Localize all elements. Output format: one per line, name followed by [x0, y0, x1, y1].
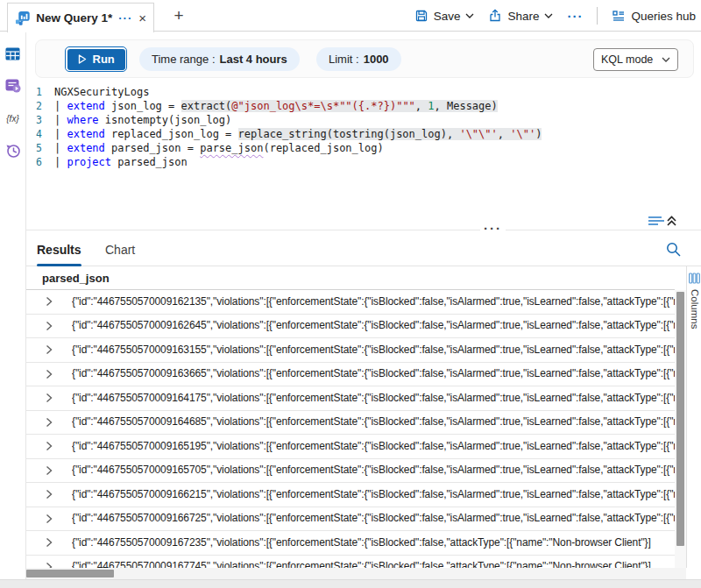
limit-button[interactable]: Limit : 1000: [316, 47, 401, 71]
row-json-text: {"id":"4467550570009167235","violations"…: [72, 531, 651, 555]
data-tables-icon[interactable]: [5, 46, 21, 61]
new-tab-button[interactable]: +: [168, 5, 189, 26]
collapse-editor-button[interactable]: [648, 215, 676, 230]
results-grid: {"id":"4467550570009162135","violations"…: [26, 290, 675, 568]
row-json-text: {"id":"4467550570009166725","violations"…: [72, 507, 675, 530]
row-expand-chevron-icon[interactable]: [46, 344, 58, 355]
divider: [597, 7, 598, 25]
play-icon: [78, 54, 87, 64]
row-json-text: {"id":"4467550570009167745","violations"…: [72, 555, 651, 568]
queries-hub-icon: [612, 9, 626, 23]
table-row[interactable]: {"id":"4467550570009164685","violations"…: [26, 411, 675, 436]
line-number: 1: [35, 85, 54, 99]
chevron-down-icon: [544, 13, 553, 18]
tab-bar: New Query 1* ··· × + Save: [0, 0, 701, 32]
row-expand-chevron-icon[interactable]: [46, 296, 58, 307]
panel-splitter[interactable]: [26, 230, 701, 230]
results-tabbar: Results Chart: [26, 233, 701, 266]
more-commands-button[interactable]: ···: [567, 9, 583, 24]
column-header-parsed-json[interactable]: parsed_json: [26, 266, 675, 290]
saved-queries-icon[interactable]: [5, 78, 21, 94]
queries-hub-button[interactable]: Queries hub: [612, 9, 696, 23]
query-tab[interactable]: New Query 1* ··· ×: [7, 3, 154, 32]
table-row[interactable]: {"id":"4467550570009165195","violations"…: [26, 435, 675, 459]
limit-label: Limit :: [329, 53, 359, 66]
function-icon[interactable]: {fx}: [5, 110, 21, 126]
tab-close-icon[interactable]: ×: [138, 11, 146, 25]
save-button[interactable]: Save: [414, 9, 475, 23]
table-row[interactable]: {"id":"4467550570009162135","violations"…: [26, 290, 675, 315]
query-editor[interactable]: 1NGXSecurityLogs2| extend json_log = ext…: [35, 85, 683, 169]
table-row[interactable]: {"id":"4467550570009163665","violations"…: [26, 363, 675, 387]
bottom-strip: [0, 579, 701, 588]
row-json-text: {"id":"4467550570009166215","violations"…: [72, 483, 675, 507]
table-row[interactable]: {"id":"4467550570009164175","violations"…: [26, 386, 675, 411]
row-expand-chevron-icon[interactable]: [46, 562, 58, 568]
tab-menu-button[interactable]: ···: [118, 11, 132, 25]
row-expand-chevron-icon[interactable]: [46, 369, 58, 379]
table-row[interactable]: {"id":"4467550570009162645","violations"…: [26, 315, 675, 339]
code-text: | project parsed_json: [54, 155, 188, 169]
search-results-button[interactable]: [665, 241, 682, 261]
save-label: Save: [434, 10, 461, 23]
code-line[interactable]: 3| where isnotempty(json_log): [35, 113, 683, 127]
row-expand-chevron-icon[interactable]: [46, 537, 58, 548]
top-actions: Save Share ···: [414, 0, 696, 32]
row-expand-chevron-icon[interactable]: [46, 514, 58, 524]
adx-query-page: New Query 1* ··· × + Save: [0, 0, 701, 588]
tab-chart[interactable]: Chart: [105, 233, 135, 266]
code-line[interactable]: 6| project parsed_json: [35, 155, 683, 169]
vertical-scrollbar[interactable]: [675, 290, 686, 568]
row-expand-chevron-icon[interactable]: [46, 321, 58, 331]
row-json-text: {"id":"4467550570009163155","violations"…: [72, 338, 675, 362]
table-row[interactable]: {"id":"4467550570009167745","violations"…: [26, 556, 675, 569]
row-expand-chevron-icon[interactable]: [46, 465, 58, 476]
tab-results[interactable]: Results: [37, 233, 81, 266]
row-json-text: {"id":"4467550570009165705","violations"…: [72, 458, 675, 482]
left-sidebar: {fx}: [0, 32, 26, 579]
code-line[interactable]: 1NGXSecurityLogs: [35, 85, 683, 99]
row-json-text: {"id":"4467550570009164685","violations"…: [72, 410, 675, 434]
time-range-button[interactable]: Time range : Last 4 hours: [139, 47, 300, 71]
row-expand-chevron-icon[interactable]: [46, 441, 58, 451]
columns-panel-strip[interactable]: Columns: [686, 266, 701, 568]
adx-logo-icon: [15, 11, 30, 26]
columns-icon[interactable]: [689, 273, 700, 284]
run-button[interactable]: Run: [65, 46, 127, 72]
share-label: Share: [507, 10, 539, 23]
query-toolbar: Run Time range : Last 4 hours Limit : 10…: [35, 39, 694, 78]
share-button[interactable]: Share: [488, 9, 553, 23]
line-number: 4: [35, 127, 54, 141]
line-number: 5: [35, 141, 54, 155]
horizontal-scrollbar[interactable]: [26, 568, 686, 579]
table-row[interactable]: {"id":"4467550570009167235","violations"…: [26, 531, 675, 556]
row-expand-chevron-icon[interactable]: [46, 417, 58, 428]
code-line[interactable]: 4| extend replaced_json_log = replace_st…: [35, 127, 683, 141]
table-row[interactable]: {"id":"4467550570009163155","violations"…: [26, 338, 675, 363]
table-row[interactable]: {"id":"4467550570009165705","violations"…: [26, 459, 675, 484]
collapse-editor-icon: [648, 215, 676, 227]
query-mode-select[interactable]: KQL mode: [593, 48, 678, 71]
code-line[interactable]: 2| extend json_log = extract(@"json_log\…: [35, 99, 683, 113]
code-line[interactable]: 5| extend parsed_json = parse_json(repla…: [35, 141, 683, 155]
table-row[interactable]: {"id":"4467550570009166725","violations"…: [26, 507, 675, 532]
code-text: | where isnotempty(json_log): [54, 113, 231, 127]
tab-title: New Query 1*: [36, 11, 112, 25]
row-expand-chevron-icon[interactable]: [46, 393, 58, 403]
horizontal-scrollbar-thumb[interactable]: [26, 570, 114, 577]
time-range-label: Time range :: [152, 53, 216, 66]
time-range-value: Last 4 hours: [220, 53, 287, 66]
queries-hub-label: Queries hub: [631, 10, 696, 23]
vertical-scrollbar-thumb[interactable]: [676, 292, 684, 546]
table-row[interactable]: {"id":"4467550570009166215","violations"…: [26, 483, 675, 507]
save-icon: [414, 9, 428, 23]
chevron-down-icon: [662, 57, 670, 62]
row-json-text: {"id":"4467550570009163665","violations"…: [72, 362, 675, 386]
run-label: Run: [93, 53, 115, 66]
row-json-text: {"id":"4467550570009165195","violations"…: [72, 435, 675, 458]
row-expand-chevron-icon[interactable]: [46, 489, 58, 499]
line-number: 2: [35, 99, 54, 113]
code-text: | extend parsed_json = parse_json(replac…: [54, 141, 384, 155]
history-icon[interactable]: [5, 143, 21, 159]
chevron-down-icon: [465, 13, 474, 18]
